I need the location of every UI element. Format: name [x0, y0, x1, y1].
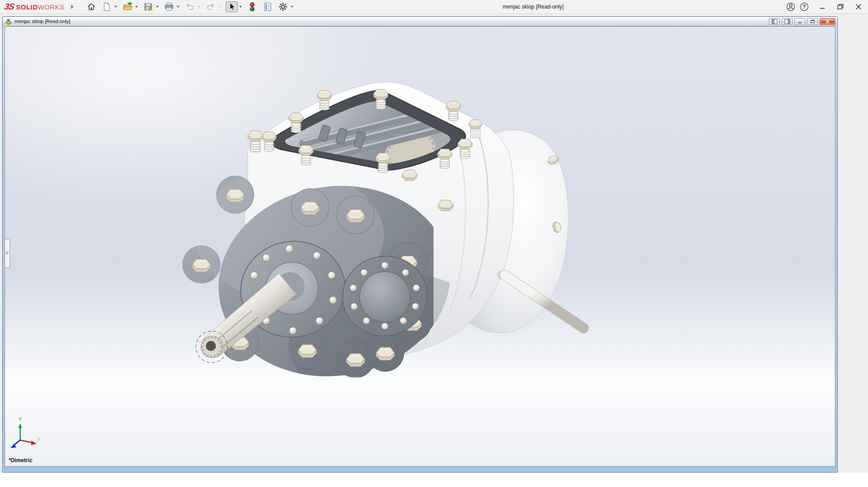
help-button[interactable]: ? — [797, 0, 811, 13]
help-icon: ? — [799, 2, 809, 12]
open-folder-icon — [123, 2, 132, 12]
logo-works: WORKS — [38, 3, 65, 11]
solidworks-logo: 3S SOLID WORKS — [5, 2, 65, 12]
featuremanager-collapsed-tab[interactable] — [5, 239, 10, 268]
close-icon — [854, 2, 863, 12]
restore-icon — [835, 2, 845, 12]
select-button[interactable] — [226, 1, 238, 12]
options-button[interactable] — [277, 1, 289, 12]
save-dropdown[interactable] — [155, 1, 160, 12]
new-document-dropdown[interactable] — [113, 1, 118, 12]
undo-dropdown[interactable] — [196, 1, 202, 12]
gearbox-assembly-model[interactable]: Y x — [5, 27, 835, 466]
document-title: menjac sklop [Read-only] — [14, 19, 71, 24]
account-button[interactable] — [784, 0, 797, 13]
print-button[interactable] — [163, 1, 175, 12]
redo-button[interactable] — [205, 1, 217, 12]
undo-button[interactable] — [184, 1, 196, 12]
app-title: menjac sklop [Read-only] — [503, 0, 564, 14]
rebuild-button[interactable] — [246, 1, 259, 12]
doc-restore-button[interactable] — [807, 18, 818, 25]
select-dropdown[interactable] — [238, 1, 243, 12]
close-button[interactable] — [852, 0, 865, 13]
doc-close-icon — [825, 19, 830, 24]
pane-left-icon — [772, 19, 778, 24]
document-window-controls — [767, 18, 835, 25]
pane-right-icon — [784, 19, 790, 24]
open-dropdown[interactable] — [134, 1, 139, 12]
triad-x-label: x — [38, 436, 40, 441]
minimize-icon — [817, 2, 827, 12]
document-window: menjac sklop [Read-only] — [2, 16, 838, 473]
triad-y-label: Y — [19, 417, 22, 422]
save-button[interactable] — [142, 1, 155, 12]
minimize-button[interactable] — [816, 0, 829, 13]
doc-pane-right-button[interactable] — [782, 18, 793, 25]
doc-minimize-icon — [797, 19, 803, 24]
undo-icon — [185, 2, 195, 12]
open-button[interactable] — [122, 1, 134, 12]
quick-access-toolbar — [85, 1, 298, 12]
orientation-triad: Y x — [10, 417, 40, 448]
rebuild-traffic-light-icon — [247, 2, 257, 12]
doc-minimize-button[interactable] — [794, 18, 805, 25]
print-dropdown[interactable] — [175, 1, 181, 12]
restore-button[interactable] — [834, 0, 847, 13]
view-orientation-label: *Dimetric — [9, 457, 33, 464]
doc-restore-icon — [810, 19, 816, 24]
workspace-background — [0, 473, 868, 487]
logo-solid: SOLID — [16, 3, 38, 11]
menu-expand-arrow-icon[interactable] — [71, 5, 74, 9]
titlebar-controls: ? — [784, 0, 865, 14]
redo-icon — [206, 2, 216, 12]
save-icon — [143, 2, 153, 12]
doc-pane-left-button[interactable] — [769, 18, 780, 25]
account-icon — [786, 2, 796, 12]
graphics-viewport[interactable]: Y x *Dimetric — [5, 26, 835, 467]
file-properties-button[interactable] — [262, 1, 274, 12]
home-icon — [86, 2, 96, 12]
svg-text:?: ? — [802, 4, 806, 10]
options-dropdown[interactable] — [289, 1, 295, 12]
redo-dropdown[interactable] — [217, 1, 222, 12]
file-properties-icon — [263, 2, 273, 12]
mdi-workspace: menjac sklop [Read-only] — [0, 14, 868, 487]
solidworks-application: 3S SOLID WORKS — [0, 0, 868, 487]
document-titlebar[interactable]: menjac sklop [Read-only] — [3, 17, 837, 26]
app-titlebar: 3S SOLID WORKS — [0, 0, 868, 14]
gear-icon — [278, 2, 288, 12]
home-button[interactable] — [85, 1, 98, 12]
doc-close-button[interactable] — [820, 18, 835, 25]
select-cursor-icon — [226, 2, 236, 12]
new-document-icon — [102, 2, 112, 12]
new-document-button[interactable] — [101, 1, 113, 12]
logo-mark: 3S — [4, 2, 15, 12]
assembly-document-icon — [5, 18, 12, 25]
print-icon — [164, 2, 174, 12]
